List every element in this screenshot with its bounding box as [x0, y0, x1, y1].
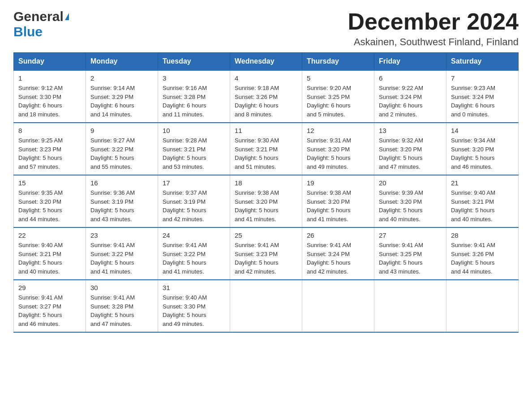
- day-number: 30: [90, 284, 153, 291]
- day-info: Sunrise: 9:41 AMSunset: 3:28 PMDaylight:…: [90, 294, 135, 327]
- day-info: Sunrise: 9:41 AMSunset: 3:25 PMDaylight:…: [379, 242, 423, 275]
- calendar-cell: 6 Sunrise: 9:22 AMSunset: 3:24 PMDayligh…: [374, 70, 446, 123]
- calendar-cell: 22 Sunrise: 9:40 AMSunset: 3:21 PMDaylig…: [14, 227, 86, 280]
- day-info: Sunrise: 9:41 AMSunset: 3:22 PMDaylight:…: [90, 242, 135, 275]
- logo-blue-text: Blue: [13, 24, 43, 39]
- day-info: Sunrise: 9:31 AMSunset: 3:20 PMDaylight:…: [307, 137, 351, 170]
- day-number: 12: [307, 127, 369, 134]
- calendar-cell: 10 Sunrise: 9:28 AMSunset: 3:21 PMDaylig…: [158, 123, 230, 175]
- day-number: 3: [163, 74, 225, 82]
- day-number: 26: [307, 231, 369, 239]
- day-info: Sunrise: 9:30 AMSunset: 3:21 PMDaylight:…: [235, 137, 279, 170]
- calendar-cell: 7 Sunrise: 9:23 AMSunset: 3:24 PMDayligh…: [446, 70, 519, 123]
- day-info: Sunrise: 9:41 AMSunset: 3:23 PMDaylight:…: [235, 242, 279, 275]
- day-number: 20: [379, 179, 442, 187]
- calendar-cell: [302, 280, 374, 332]
- day-number: 23: [90, 231, 153, 239]
- day-info: Sunrise: 9:36 AMSunset: 3:19 PMDaylight:…: [90, 189, 135, 223]
- calendar-cell: 11 Sunrise: 9:30 AMSunset: 3:21 PMDaylig…: [230, 123, 302, 175]
- calendar-cell: 5 Sunrise: 9:20 AMSunset: 3:25 PMDayligh…: [302, 70, 374, 123]
- calendar-cell: 16 Sunrise: 9:36 AMSunset: 3:19 PMDaylig…: [86, 175, 158, 227]
- day-of-week-header: Sunday: [14, 53, 86, 71]
- day-info: Sunrise: 9:37 AMSunset: 3:19 PMDaylight:…: [163, 189, 207, 223]
- calendar-cell: 4 Sunrise: 9:18 AMSunset: 3:26 PMDayligh…: [230, 70, 302, 123]
- calendar-cell: 13 Sunrise: 9:32 AMSunset: 3:20 PMDaylig…: [374, 123, 446, 175]
- calendar-cell: 14 Sunrise: 9:34 AMSunset: 3:20 PMDaylig…: [446, 123, 519, 175]
- calendar-cell: 31 Sunrise: 9:40 AMSunset: 3:30 PMDaylig…: [158, 280, 230, 332]
- day-number: 9: [90, 127, 153, 134]
- calendar-cell: 30 Sunrise: 9:41 AMSunset: 3:28 PMDaylig…: [86, 280, 158, 332]
- day-info: Sunrise: 9:41 AMSunset: 3:27 PMDaylight:…: [18, 294, 63, 327]
- calendar-cell: 20 Sunrise: 9:39 AMSunset: 3:20 PMDaylig…: [374, 175, 446, 227]
- day-info: Sunrise: 9:38 AMSunset: 3:20 PMDaylight:…: [307, 189, 351, 223]
- day-info: Sunrise: 9:28 AMSunset: 3:21 PMDaylight:…: [163, 137, 207, 170]
- location-text: Askainen, Southwest Finland, Finland: [348, 36, 519, 48]
- day-number: 29: [18, 284, 81, 291]
- title-area: December 2024 Askainen, Southwest Finlan…: [348, 9, 519, 48]
- day-number: 8: [18, 127, 81, 134]
- calendar-cell: 27 Sunrise: 9:41 AMSunset: 3:25 PMDaylig…: [374, 227, 446, 280]
- day-number: 25: [235, 231, 297, 239]
- day-number: 2: [90, 74, 153, 82]
- day-of-week-header: Saturday: [446, 53, 519, 71]
- calendar-cell: 18 Sunrise: 9:38 AMSunset: 3:20 PMDaylig…: [230, 175, 302, 227]
- page-header: General Blue December 2024 Askainen, Sou…: [13, 9, 519, 48]
- day-info: Sunrise: 9:40 AMSunset: 3:21 PMDaylight:…: [18, 242, 63, 275]
- day-info: Sunrise: 9:16 AMSunset: 3:28 PMDaylight:…: [163, 85, 207, 118]
- month-title: December 2024: [348, 9, 519, 34]
- calendar-cell: 12 Sunrise: 9:31 AMSunset: 3:20 PMDaylig…: [302, 123, 374, 175]
- day-number: 17: [163, 179, 225, 187]
- day-of-week-header: Wednesday: [230, 53, 302, 71]
- calendar-cell: 17 Sunrise: 9:37 AMSunset: 3:19 PMDaylig…: [158, 175, 230, 227]
- calendar-cell: 19 Sunrise: 9:38 AMSunset: 3:20 PMDaylig…: [302, 175, 374, 227]
- day-number: 14: [451, 127, 514, 134]
- day-of-week-header: Tuesday: [158, 53, 230, 71]
- calendar-cell: 9 Sunrise: 9:27 AMSunset: 3:22 PMDayligh…: [86, 123, 158, 175]
- day-number: 27: [379, 231, 442, 239]
- day-info: Sunrise: 9:23 AMSunset: 3:24 PMDaylight:…: [451, 85, 495, 118]
- day-info: Sunrise: 9:22 AMSunset: 3:24 PMDaylight:…: [379, 85, 423, 118]
- day-info: Sunrise: 9:12 AMSunset: 3:30 PMDaylight:…: [18, 85, 63, 118]
- day-number: 16: [90, 179, 153, 187]
- day-number: 1: [18, 74, 81, 82]
- calendar-week-row: 22 Sunrise: 9:40 AMSunset: 3:21 PMDaylig…: [14, 227, 519, 280]
- calendar-cell: 21 Sunrise: 9:40 AMSunset: 3:21 PMDaylig…: [446, 175, 519, 227]
- calendar-week-row: 15 Sunrise: 9:35 AMSunset: 3:20 PMDaylig…: [14, 175, 519, 227]
- day-info: Sunrise: 9:32 AMSunset: 3:20 PMDaylight:…: [379, 137, 423, 170]
- calendar-cell: [446, 280, 519, 332]
- calendar-cell: 1 Sunrise: 9:12 AMSunset: 3:30 PMDayligh…: [14, 70, 86, 123]
- day-info: Sunrise: 9:40 AMSunset: 3:30 PMDaylight:…: [163, 294, 207, 327]
- calendar-cell: 25 Sunrise: 9:41 AMSunset: 3:23 PMDaylig…: [230, 227, 302, 280]
- day-number: 11: [235, 127, 297, 134]
- day-number: 13: [379, 127, 442, 134]
- logo: General Blue: [13, 9, 69, 39]
- logo-triangle-icon: [65, 13, 69, 20]
- day-number: 4: [235, 74, 297, 82]
- calendar-table: SundayMondayTuesdayWednesdayThursdayFrid…: [13, 52, 519, 333]
- day-number: 21: [451, 179, 514, 187]
- day-info: Sunrise: 9:25 AMSunset: 3:23 PMDaylight:…: [18, 137, 63, 170]
- calendar-cell: 23 Sunrise: 9:41 AMSunset: 3:22 PMDaylig…: [86, 227, 158, 280]
- logo-general-text: General: [13, 9, 64, 24]
- day-info: Sunrise: 9:27 AMSunset: 3:22 PMDaylight:…: [90, 137, 135, 170]
- day-info: Sunrise: 9:40 AMSunset: 3:21 PMDaylight:…: [451, 189, 495, 223]
- day-number: 7: [451, 74, 514, 82]
- day-number: 24: [163, 231, 225, 239]
- day-number: 15: [18, 179, 81, 187]
- calendar-week-row: 1 Sunrise: 9:12 AMSunset: 3:30 PMDayligh…: [14, 70, 519, 123]
- day-number: 22: [18, 231, 81, 239]
- day-number: 18: [235, 179, 297, 187]
- calendar-cell: 24 Sunrise: 9:41 AMSunset: 3:22 PMDaylig…: [158, 227, 230, 280]
- day-number: 5: [307, 74, 369, 82]
- calendar-cell: 26 Sunrise: 9:41 AMSunset: 3:24 PMDaylig…: [302, 227, 374, 280]
- day-of-week-header: Thursday: [302, 53, 374, 71]
- day-info: Sunrise: 9:39 AMSunset: 3:20 PMDaylight:…: [379, 189, 423, 223]
- day-info: Sunrise: 9:14 AMSunset: 3:29 PMDaylight:…: [90, 85, 135, 118]
- day-info: Sunrise: 9:18 AMSunset: 3:26 PMDaylight:…: [235, 85, 279, 118]
- day-number: 10: [163, 127, 225, 134]
- day-number: 31: [163, 284, 225, 291]
- day-info: Sunrise: 9:38 AMSunset: 3:20 PMDaylight:…: [235, 189, 279, 223]
- day-number: 19: [307, 179, 369, 187]
- day-info: Sunrise: 9:41 AMSunset: 3:22 PMDaylight:…: [163, 242, 207, 275]
- day-info: Sunrise: 9:35 AMSunset: 3:20 PMDaylight:…: [18, 189, 63, 223]
